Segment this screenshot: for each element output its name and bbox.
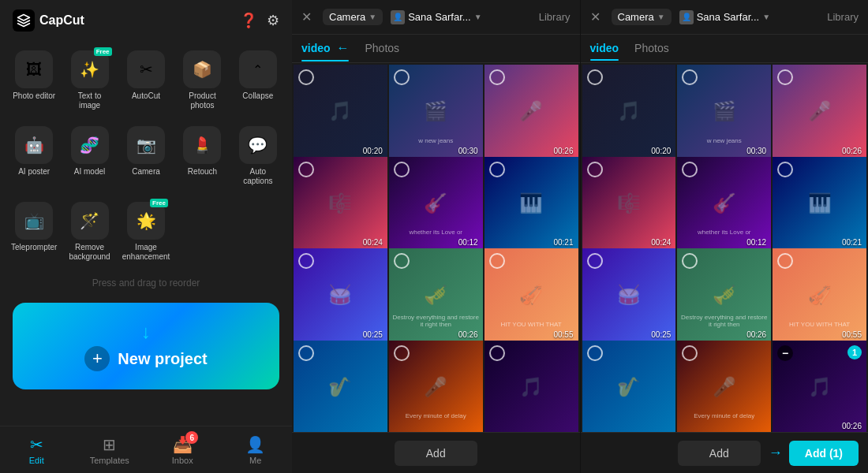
right-video-thumb-0[interactable]: 🎵00:20 bbox=[582, 65, 676, 158]
tool-collapse[interactable]: ⌃ Collapse bbox=[232, 44, 284, 117]
video-thumb-4[interactable]: 🎸whether its Love or00:12 bbox=[389, 157, 483, 251]
new-project-button[interactable]: ↓ + New project bbox=[13, 303, 279, 389]
right-close-button[interactable]: ✕ bbox=[590, 9, 600, 24]
retouch-label: Retouch bbox=[188, 167, 217, 177]
question-icon[interactable]: ❓ bbox=[240, 12, 257, 29]
right-user-source[interactable]: 👤 Sana Sarfar... ▼ bbox=[679, 10, 770, 24]
right-video-select-circle-0[interactable] bbox=[587, 69, 603, 85]
product-photos-icon-box: 📦 bbox=[183, 50, 221, 88]
profile-icon[interactable]: ⚙ bbox=[267, 12, 279, 29]
tool-text-to-image[interactable]: Free ✨ Text to image bbox=[63, 44, 115, 117]
right-video-duration-11: 00:26 bbox=[842, 422, 862, 430]
left-add-button[interactable]: Add bbox=[395, 441, 477, 466]
video-select-circle-10[interactable] bbox=[394, 345, 410, 361]
retouch-icon-box: 💄 bbox=[183, 126, 221, 164]
video-select-circle-9[interactable] bbox=[298, 345, 314, 361]
video-thumb-11[interactable]: 🎵 bbox=[485, 341, 578, 433]
right-tab-video[interactable]: video bbox=[590, 42, 619, 56]
video-select-circle-6[interactable] bbox=[298, 253, 314, 269]
tool-remove-bg[interactable]: 🪄 Remove background bbox=[63, 196, 115, 268]
tool-autocut[interactable]: ✂ AutoCut bbox=[119, 44, 174, 117]
video-select-circle-4[interactable] bbox=[394, 162, 410, 177]
tool-image-enhance[interactable]: Free 🌟 Image enhancement bbox=[119, 196, 174, 268]
video-select-circle-7[interactable] bbox=[394, 253, 410, 269]
left-tab-video[interactable]: video ← bbox=[301, 41, 349, 57]
right-video-duration-5: 00:21 bbox=[842, 238, 862, 247]
right-video-select-circle-9[interactable] bbox=[587, 345, 603, 361]
tool-auto-captions[interactable]: 💬 Auto captions bbox=[232, 120, 284, 192]
left-tab-photos[interactable]: Photos bbox=[365, 42, 399, 56]
tool-teleprompter[interactable]: 📺 Teleprompter bbox=[8, 196, 60, 268]
right-video-thumb-10[interactable]: 🎤Every minute of delay bbox=[677, 341, 771, 433]
right-panel: ✕ Camera ▼ 👤 Sana Sarfar... ▼ Library vi… bbox=[292, 0, 868, 473]
left-close-button[interactable]: ✕ bbox=[301, 9, 312, 24]
nav-inbox[interactable]: 📥 Inbox 6 bbox=[146, 426, 219, 473]
video-thumb-0[interactable]: 🎵00:20 bbox=[294, 65, 387, 158]
image-enhance-label: Image enhancement bbox=[122, 243, 170, 262]
video-thumb-6[interactable]: 🥁00:25 bbox=[294, 248, 387, 342]
right-video-thumb-7[interactable]: 🎺Destroy everything and restore it right… bbox=[677, 248, 771, 342]
video-thumb-7[interactable]: 🎺Destroy everything and restore it right… bbox=[389, 248, 483, 342]
nav-me[interactable]: 👤 Me bbox=[219, 426, 293, 473]
video-thumb-3[interactable]: 🎼00:24 bbox=[294, 157, 387, 251]
right-add-primary-button[interactable]: Add (1) bbox=[789, 441, 859, 466]
right-video-thumb-8[interactable]: 🎻HIT YOU WITH THAT00:55 bbox=[773, 248, 866, 342]
right-tab-photos[interactable]: Photos bbox=[634, 42, 669, 56]
right-video-thumb-4[interactable]: 🎸whether its Love or00:12 bbox=[677, 157, 771, 251]
right-camera-source[interactable]: Camera ▼ bbox=[612, 9, 672, 25]
right-panel-footer: Add → Add (1) bbox=[581, 432, 869, 473]
right-library-link[interactable]: Library bbox=[827, 11, 859, 23]
thumb-text-4: whether its Love or bbox=[389, 229, 483, 236]
right-video-select-circle-5[interactable] bbox=[777, 162, 793, 177]
tool-photo-editor[interactable]: 🖼 Photo editor bbox=[8, 44, 60, 117]
right-video-thumb-3[interactable]: 🎼00:24 bbox=[582, 157, 676, 251]
right-add-button[interactable]: Add bbox=[678, 441, 761, 466]
video-select-circle-3[interactable] bbox=[298, 162, 314, 177]
video-thumb-8[interactable]: 🎻HIT YOU WITH THAT00:55 bbox=[485, 248, 578, 342]
right-user-chevron: ▼ bbox=[762, 13, 770, 21]
video-select-circle-11[interactable] bbox=[489, 345, 505, 361]
video-duration-4: 00:12 bbox=[458, 238, 478, 247]
right-video-thumb-9[interactable]: 🎷 bbox=[582, 341, 676, 433]
camera-icon: 📷 bbox=[137, 136, 156, 155]
right-video-thumb-6[interactable]: 🥁00:25 bbox=[582, 248, 676, 342]
tool-ai-model[interactable]: 🧬 AI model bbox=[63, 120, 115, 192]
left-camera-source[interactable]: Camera ▼ bbox=[323, 9, 383, 25]
left-panel: CapCut ❓ ⚙ 🖼 Photo editor Free ✨ Text to… bbox=[0, 0, 292, 473]
video-thumb-9[interactable]: 🎷 bbox=[294, 341, 387, 433]
video-select-circle-5[interactable] bbox=[489, 162, 505, 177]
nav-templates[interactable]: ⊞ Templates bbox=[73, 426, 147, 473]
right-video-thumb-5[interactable]: 🎹00:21 bbox=[773, 157, 866, 251]
nav-edit[interactable]: ✂ Edit bbox=[0, 426, 73, 473]
video-select-circle-8[interactable] bbox=[489, 253, 505, 269]
right-video-select-circle-6[interactable] bbox=[587, 253, 603, 269]
right-video-duration-1: 00:30 bbox=[746, 147, 766, 155]
video-select-circle-1[interactable] bbox=[394, 69, 410, 85]
left-library-link[interactable]: Library bbox=[539, 11, 571, 23]
collapse-label: Collapse bbox=[242, 91, 273, 101]
tool-ai-poster[interactable]: 🤖 AI poster bbox=[8, 120, 60, 192]
capcut-logo-icon bbox=[13, 9, 35, 32]
video-thumb-1[interactable]: 🎬w new jeans00:30 bbox=[389, 65, 483, 158]
right-video-select-circle-10[interactable] bbox=[682, 345, 698, 361]
video-select-circle-0[interactable] bbox=[298, 69, 314, 85]
right-video-select-circle-4[interactable] bbox=[682, 162, 698, 177]
right-video-thumb-2[interactable]: 🎤00:26 bbox=[773, 65, 866, 158]
video-thumb-2[interactable]: 🎤00:26 bbox=[485, 65, 578, 158]
right-thumb-text-4: whether its Love or bbox=[677, 229, 771, 236]
tool-camera[interactable]: 📷 Camera bbox=[119, 120, 174, 192]
right-video-remove-circle-11[interactable]: − bbox=[777, 345, 793, 361]
left-user-source[interactable]: 👤 Sana Sarfar... ▼ bbox=[391, 10, 481, 24]
video-select-circle-2[interactable] bbox=[489, 69, 505, 85]
right-video-thumb-11[interactable]: 🎵1−00:26 bbox=[773, 341, 866, 433]
ai-model-icon: 🧬 bbox=[80, 136, 99, 155]
video-thumb-5[interactable]: 🎹00:21 bbox=[485, 157, 578, 251]
right-video-thumb-1[interactable]: 🎬w new jeans00:30 bbox=[677, 65, 771, 158]
inbox-badge: 6 bbox=[185, 431, 198, 444]
tool-retouch[interactable]: 💄 Retouch bbox=[176, 120, 228, 192]
logo-text: CapCut bbox=[39, 13, 84, 28]
thumb-text-1: w new jeans bbox=[389, 137, 483, 144]
video-thumb-10[interactable]: 🎤Every minute of delay bbox=[389, 341, 483, 433]
tool-product-photos[interactable]: 📦 Product photos bbox=[176, 44, 228, 117]
right-video-select-circle-3[interactable] bbox=[587, 162, 603, 177]
